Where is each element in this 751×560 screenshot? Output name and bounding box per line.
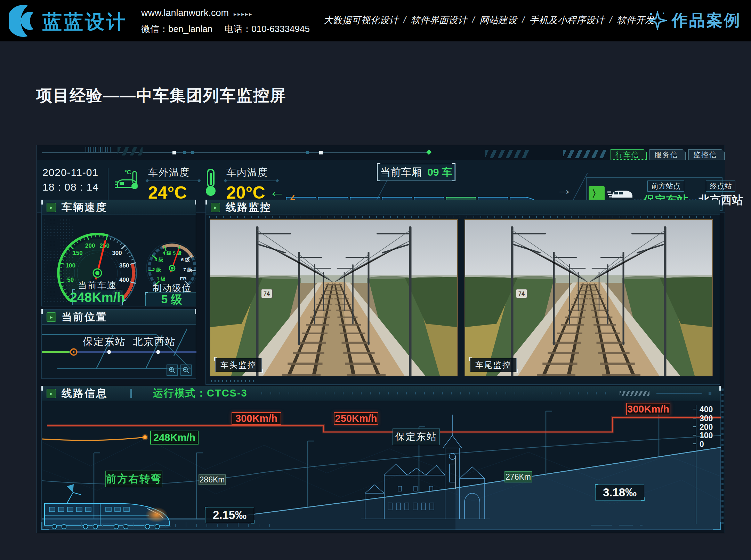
gradient-label-2: 3.18‰ xyxy=(595,485,644,501)
panel-header-icon: ▸ xyxy=(47,203,56,212)
divider xyxy=(108,168,108,200)
speed-panel-title: 车辆速度 xyxy=(62,200,107,215)
map-zoom-controls xyxy=(167,365,192,376)
next-car-arrow[interactable]: → xyxy=(556,180,572,199)
head-camera-view: 车头监控 xyxy=(210,219,458,376)
panel-header-icon: ▸ xyxy=(47,312,56,322)
deco-ruler xyxy=(209,216,716,218)
nav-item[interactable]: 软件界面设计 xyxy=(411,15,467,25)
axis-tick-400: 400 xyxy=(700,405,713,414)
wechat-text: 微信：ben_lanlan xyxy=(141,24,212,34)
current-car-value: 09 车 xyxy=(427,165,452,179)
portfolio-label[interactable]: 作品案例 xyxy=(672,10,741,31)
route-station-2: 北京西站 xyxy=(133,335,176,349)
panel-header-icon: ▸ xyxy=(47,389,56,398)
deco-stripes xyxy=(620,391,649,396)
svg-text:3 级: 3 级 xyxy=(155,257,163,262)
svg-text:1 级: 1 级 xyxy=(157,276,165,281)
svg-text:100: 100 xyxy=(66,262,75,269)
zoom-out-button[interactable] xyxy=(180,365,192,376)
svg-text:50: 50 xyxy=(67,277,74,283)
speed-limit-label-1: 300Km/h xyxy=(232,412,281,425)
train-icon xyxy=(607,187,633,201)
contact-info: 微信：ben_lanlan电话：010-63334945 xyxy=(141,23,322,35)
head-camera-label: 车头监控 xyxy=(215,358,262,372)
next-station-label: 前方站点 xyxy=(647,181,684,192)
nav-separator: / xyxy=(472,15,475,25)
portfolio-link[interactable]: 作品案例 xyxy=(648,10,741,31)
nav-item[interactable]: 手机及小程序设计 xyxy=(530,15,605,25)
zoom-in-button[interactable] xyxy=(167,365,178,376)
deco-ticks xyxy=(86,147,111,152)
date-text: 2020-11-01 xyxy=(42,165,102,180)
divider xyxy=(130,389,132,398)
tab-监控信息[interactable]: 监控信息 xyxy=(688,149,725,160)
deco-ruler xyxy=(261,392,613,394)
line-panel-title: 线路信息 xyxy=(62,386,107,401)
svg-text:150: 150 xyxy=(73,250,82,256)
svg-text:EB: EB xyxy=(180,276,186,281)
svg-text:6 级: 6 级 xyxy=(181,257,190,262)
panel-header: ▸ 当前位置 xyxy=(42,310,196,325)
magnifier-minus-icon xyxy=(183,367,189,374)
nav-item[interactable]: 大数据可视化设计 xyxy=(323,15,398,25)
current-speed-value: 248Km/h xyxy=(72,290,122,305)
lanlan-logo-icon xyxy=(9,4,41,38)
nav-separator: / xyxy=(522,15,525,25)
deco-square xyxy=(306,151,309,154)
tab-服务信息[interactable]: 服务信息 xyxy=(649,149,686,160)
line-profile-chart: 300Km/h 250Km/h 300Km/h 248Km/h 前方右转弯 28… xyxy=(42,400,721,530)
line-info-panel: ▸ 线路信息 运行模式：CTCS-3 xyxy=(41,386,721,530)
gradient-label-1: 2.15‰ xyxy=(205,507,254,523)
svg-text:300: 300 xyxy=(112,250,122,256)
sparkle-icon xyxy=(648,11,667,30)
station-marker: 保定东站 xyxy=(393,429,440,445)
tail-camera-label: 车尾监控 xyxy=(470,358,517,372)
inside-temp-thermometer-icon xyxy=(203,168,218,197)
inside-temp-label: 车内温度 xyxy=(226,166,268,179)
brake-level-value: 5 级 xyxy=(145,293,196,306)
panel-header: ▸ 线路监控 xyxy=(206,200,720,215)
deco-strip xyxy=(721,389,724,524)
train-monitor-dashboard: 2020-11-01 18 : 08 : 14 °C 车外温度 24°C 车内温… xyxy=(37,145,725,533)
url-arrows-icon: ▸▸▸▸▸ xyxy=(234,11,253,17)
km-marker-276: 276Km xyxy=(504,471,532,482)
divider xyxy=(571,173,588,203)
deco-square xyxy=(709,392,711,395)
nav-separator: / xyxy=(403,15,406,25)
divider xyxy=(226,181,277,181)
line-monitor-panel: ▸ 线路监控 xyxy=(205,200,720,385)
site-url[interactable]: www.lanlanwork.com▸▸▸▸▸ xyxy=(141,8,253,18)
railway-scene xyxy=(210,220,457,376)
svg-text:350: 350 xyxy=(119,262,129,269)
deco-slashes xyxy=(563,150,607,158)
svg-text:7 级: 7 级 xyxy=(183,267,192,272)
logo-text[interactable]: 蓝蓝设计 xyxy=(42,9,127,35)
speed-limit-label-2: 250Km/h xyxy=(334,412,378,425)
profile-graphic xyxy=(42,400,721,530)
current-car-indicator: 当前车厢 09 车 xyxy=(378,164,455,181)
page-title: 项目经验——中车集团列车监控屏 xyxy=(36,85,286,106)
current-car-label: 当前车厢 xyxy=(380,165,422,179)
deco-square xyxy=(191,151,194,154)
deco-slashes xyxy=(485,150,530,158)
monitor-panel-title: 线路监控 xyxy=(226,200,272,215)
speed-panel-body: 050100150200250300350400450 当前车速 248Km/h… xyxy=(42,215,196,306)
time-text: 18 : 08 : 14 xyxy=(42,180,102,194)
svg-text:200: 200 xyxy=(85,242,95,249)
tab-行车信息[interactable]: 行车信息 xyxy=(611,149,647,160)
axis-tick-100: 100 xyxy=(700,431,713,440)
km-marker-286: 286Km xyxy=(199,474,226,485)
panel-header: ▸ 线路信息 运行模式：CTCS-3 xyxy=(42,386,720,401)
prev-car-arrow[interactable]: ← xyxy=(269,182,285,201)
deco-square xyxy=(319,151,323,154)
datetime-display: 2020-11-01 18 : 08 : 14 xyxy=(42,165,102,194)
nav-separator: / xyxy=(609,15,612,25)
nav-item[interactable]: 网站建设 xyxy=(479,15,517,25)
railway-scene xyxy=(465,220,712,376)
magnifier-plus-icon xyxy=(169,367,176,374)
axis-tick-200: 200 xyxy=(700,423,713,432)
current-position-panel: ▸ 当前位置 保定东站 北京西站 xyxy=(41,309,196,379)
current-speed-marker: 248Km/h xyxy=(150,431,199,445)
header-deco xyxy=(261,391,711,396)
